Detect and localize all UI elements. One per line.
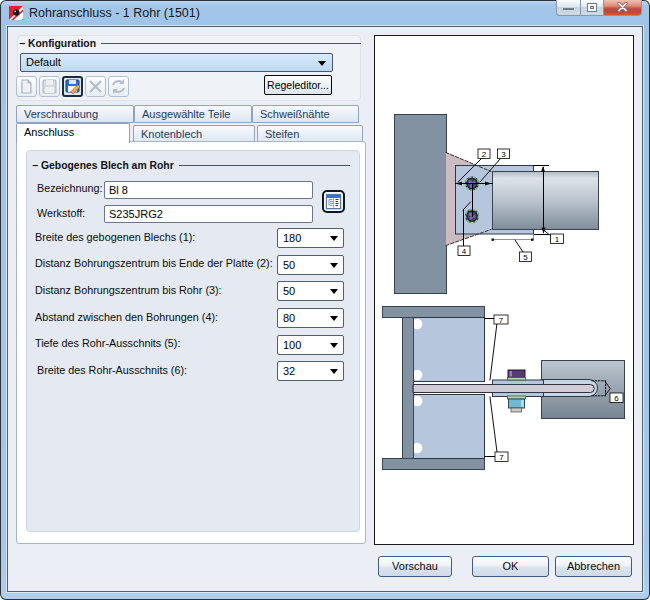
svg-text:1: 1 xyxy=(555,235,560,244)
svg-text:3: 3 xyxy=(501,150,506,159)
svg-text:7: 7 xyxy=(499,453,504,462)
svg-text:4: 4 xyxy=(462,247,467,256)
svg-text:5: 5 xyxy=(523,253,528,262)
svg-text:7: 7 xyxy=(499,316,504,325)
svg-text:6: 6 xyxy=(614,394,619,403)
svg-text:2: 2 xyxy=(482,150,487,159)
